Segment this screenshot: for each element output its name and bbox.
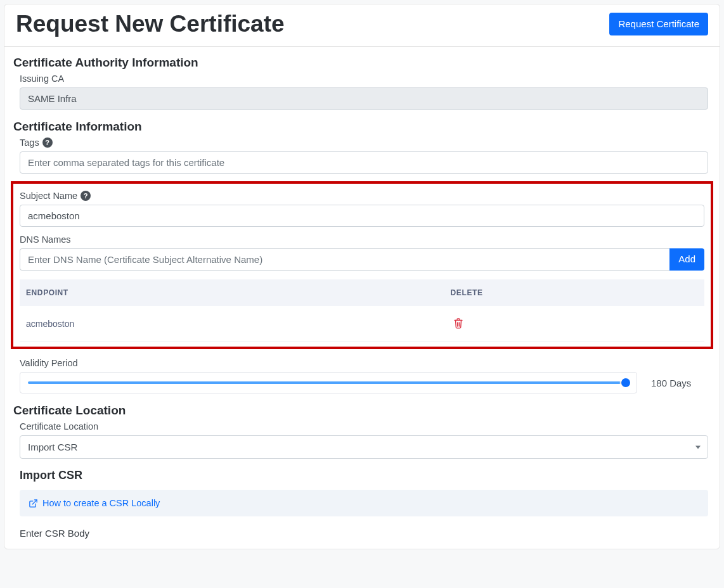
tags-label: Tags ? [20, 137, 708, 148]
tags-label-text: Tags [20, 137, 39, 148]
cert-location-label: Certificate Location [20, 421, 708, 431]
import-csr-title: Import CSR [20, 469, 708, 482]
dns-add-button[interactable]: Add [669, 248, 704, 271]
request-certificate-button[interactable]: Request Certificate [609, 13, 708, 36]
page-title: Request New Certificate [16, 11, 285, 37]
issuing-ca-label: Issuing CA [20, 74, 708, 84]
dns-table: ENDPOINT DELETE acmeboston [20, 279, 704, 342]
cert-location-select[interactable]: Import CSR [20, 435, 708, 459]
subject-name-input[interactable] [20, 205, 704, 227]
validity-slider[interactable] [20, 372, 637, 393]
validity-period-label: Validity Period [20, 358, 708, 368]
cert-info-section: Certificate Information Tags ? Subje [13, 120, 711, 393]
col-delete: DELETE [444, 279, 704, 306]
external-link-icon [29, 499, 38, 508]
csr-help-banner: How to create a CSR Locally [20, 490, 708, 516]
tags-input[interactable] [20, 151, 708, 174]
csr-help-link[interactable]: How to create a CSR Locally [42, 498, 160, 508]
subject-name-label: Subject Name ? [20, 191, 704, 201]
csr-body-label: Enter CSR Body [20, 528, 708, 539]
endpoint-cell: acmeboston [20, 306, 444, 342]
issuing-ca-field [20, 87, 708, 110]
ca-info-section: Certificate Authority Information Issuin… [13, 56, 711, 110]
trash-icon [453, 317, 463, 329]
cert-location-title: Certificate Location [13, 404, 711, 418]
card-header: Request New Certificate Request Certific… [4, 4, 720, 47]
cert-info-title: Certificate Information [13, 120, 711, 134]
svg-line-0 [32, 499, 37, 504]
table-row: acmeboston [20, 306, 704, 342]
dns-name-input-group: Add [20, 248, 704, 271]
request-certificate-card: Request New Certificate Request Certific… [4, 4, 720, 549]
dns-name-input[interactable] [20, 248, 669, 271]
validity-value: 180 Days [651, 378, 708, 388]
help-icon[interactable]: ? [42, 137, 53, 148]
slider-thumb[interactable] [621, 378, 630, 387]
cert-location-section: Certificate Location Certificate Locatio… [13, 404, 711, 539]
help-icon[interactable]: ? [81, 191, 91, 201]
subject-name-label-text: Subject Name [20, 191, 77, 201]
dns-names-label: DNS Names [20, 234, 704, 245]
subject-dns-highlight: Subject Name ? DNS Names Add [11, 181, 713, 349]
col-endpoint: ENDPOINT [20, 279, 444, 306]
ca-info-title: Certificate Authority Information [13, 56, 711, 70]
delete-dns-button[interactable] [451, 316, 466, 330]
